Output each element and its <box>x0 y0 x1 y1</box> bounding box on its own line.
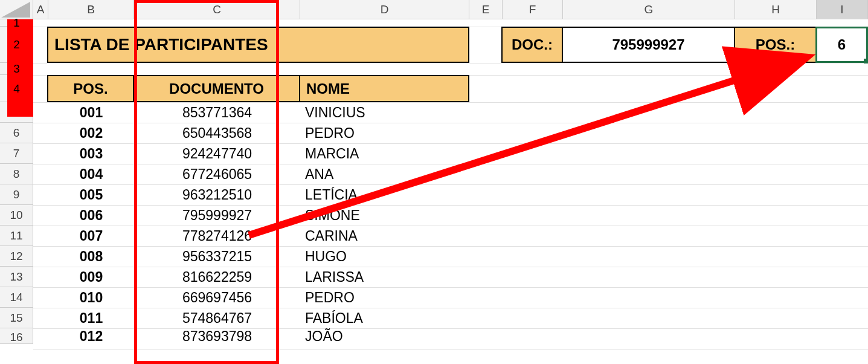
pos-label-cell[interactable]: POS.: <box>734 27 817 63</box>
th-doc[interactable]: DOCUMENTO <box>133 75 300 102</box>
row-header-7[interactable]: 7 <box>0 143 33 164</box>
cell-nome[interactable]: PEDRO <box>300 123 469 143</box>
col-header-I[interactable]: I <box>817 0 868 19</box>
cell-pos[interactable]: 001 <box>48 102 134 123</box>
cell-nome[interactable]: FABÍOLA <box>300 308 469 328</box>
cell-nome[interactable]: JOÃO <box>300 328 469 344</box>
cell-pos[interactable]: 003 <box>48 143 134 164</box>
cell-nome[interactable]: LARISSA <box>300 267 469 287</box>
cell-doc[interactable]: 650443568 <box>134 123 300 143</box>
cell-doc[interactable]: 677246065 <box>134 164 300 184</box>
th-pos[interactable]: POS. <box>47 75 134 102</box>
doc-label-cell[interactable]: DOC.: <box>501 27 563 63</box>
cell-pos[interactable]: 011 <box>48 308 134 328</box>
cell-pos[interactable]: 008 <box>48 246 134 267</box>
col-header-G[interactable]: G <box>563 0 735 19</box>
cell-nome[interactable]: HUGO <box>300 246 469 267</box>
doc-value-cell[interactable]: 795999927 <box>562 27 735 63</box>
row-header-10[interactable]: 10 <box>0 205 33 226</box>
cell-doc[interactable]: 956337215 <box>134 246 300 267</box>
row-header-15[interactable]: 15 <box>0 308 33 328</box>
col-header-C[interactable]: C <box>134 0 300 19</box>
cell-nome[interactable]: ANA <box>300 164 469 184</box>
cell-doc[interactable]: 816622259 <box>134 267 300 287</box>
cell-nome[interactable]: PEDRO <box>300 287 469 308</box>
col-header-A[interactable]: A <box>33 0 48 19</box>
row-header-11[interactable]: 11 <box>0 226 33 246</box>
cell-doc[interactable]: 853771364 <box>134 102 300 123</box>
cell-doc[interactable]: 873693798 <box>134 328 300 344</box>
row-header-16[interactable]: 16 <box>0 328 33 344</box>
col-header-B[interactable]: B <box>48 0 134 19</box>
cell-doc[interactable]: 574864767 <box>134 308 300 328</box>
select-all-triangle[interactable] <box>0 0 33 19</box>
cell-pos[interactable]: 012 <box>48 328 134 344</box>
cell-nome[interactable]: MARCIA <box>300 143 469 164</box>
th-nome[interactable]: NOME <box>299 75 469 102</box>
row-header-8[interactable]: 8 <box>0 164 33 184</box>
col-header-F[interactable]: F <box>503 0 563 19</box>
cell-pos[interactable]: 006 <box>48 205 134 226</box>
row-header-12[interactable]: 12 <box>0 246 33 267</box>
cell-pos[interactable]: 004 <box>48 164 134 184</box>
cell-nome[interactable]: VINICIUS <box>300 102 469 123</box>
cell-pos[interactable]: 007 <box>48 226 134 246</box>
column-headers: A B C D E F G H I <box>0 0 868 19</box>
cell-nome[interactable]: LETÍCIA <box>300 184 469 205</box>
pos-value-active-cell[interactable]: 6 <box>815 27 868 63</box>
cell-doc[interactable]: 795999927 <box>134 205 300 226</box>
cell-doc[interactable]: 924247740 <box>134 143 300 164</box>
row-header-14[interactable]: 14 <box>0 287 33 308</box>
cell-nome[interactable]: SIMONE <box>300 205 469 226</box>
cell-pos[interactable]: 002 <box>48 123 134 143</box>
col-header-H[interactable]: H <box>735 0 817 19</box>
cell-pos[interactable]: 009 <box>48 267 134 287</box>
row-header-13[interactable]: 13 <box>0 267 33 287</box>
cell-doc[interactable]: 778274126 <box>134 226 300 246</box>
cell-nome[interactable]: CARINA <box>300 226 469 246</box>
cell-doc[interactable]: 963212510 <box>134 184 300 205</box>
row-header-9[interactable]: 9 <box>0 184 33 205</box>
cell-pos[interactable]: 010 <box>48 287 134 308</box>
red-highlight-rows <box>7 19 33 117</box>
row-header-6[interactable]: 6 <box>0 123 33 143</box>
cell-pos[interactable]: 005 <box>48 184 134 205</box>
cell-doc[interactable]: 669697456 <box>134 287 300 308</box>
col-header-D[interactable]: D <box>300 0 469 19</box>
col-header-E[interactable]: E <box>469 0 503 19</box>
title-box[interactable]: LISTA DE PARTICIPANTES <box>47 27 469 63</box>
